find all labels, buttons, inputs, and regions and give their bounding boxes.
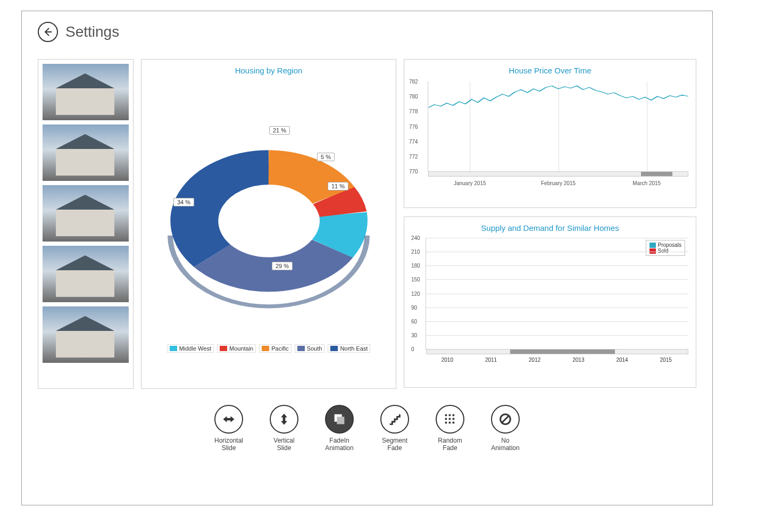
vertical-arrows-icon <box>277 412 292 427</box>
bar-category-label: 2015 <box>650 357 682 363</box>
legend-item[interactable]: Pacific <box>259 344 291 353</box>
bar-category-label: 2010 <box>431 357 463 363</box>
bar-title: Supply and Demand for Similar Homes <box>404 217 696 236</box>
house-thumbnail[interactable] <box>43 306 129 363</box>
bar-legend: Proposals Sold <box>646 240 685 256</box>
donut-chart-panel: Housing by Region <box>141 59 396 389</box>
app-frame: Settings Housing by Region <box>21 11 713 505</box>
svg-rect-9 <box>449 422 451 424</box>
slice-label-northeast: 34 % <box>173 198 194 206</box>
svg-rect-4 <box>453 414 455 417</box>
slice-label-pacific: 21 % <box>269 126 290 135</box>
donut-chart: 21 % 5 % 11 % 29 % 34 % <box>141 78 396 344</box>
no-icon <box>498 412 513 427</box>
bar-category-label: 2011 <box>475 357 507 363</box>
svg-line-12 <box>502 415 509 423</box>
slice-label-middlewest: 11 % <box>328 182 348 190</box>
house-thumbnail[interactable] <box>43 185 129 242</box>
stack-icon <box>332 412 347 427</box>
horizontal-arrows-icon <box>221 412 236 427</box>
svg-rect-5 <box>445 418 447 420</box>
svg-rect-3 <box>449 414 451 417</box>
anim-none[interactable]: No Animation <box>491 405 520 452</box>
svg-rect-2 <box>445 414 447 417</box>
page-title: Settings <box>65 23 119 40</box>
donut-legend: Middle West Mountain Pacific South North… <box>141 344 396 360</box>
legend-item[interactable]: Sold <box>650 248 681 254</box>
bar-chart-panel: Supply and Demand for Similar Homes Prop… <box>404 217 696 388</box>
thumbnail-column <box>38 59 134 389</box>
anim-segment-fade[interactable]: Segment Fade <box>380 405 409 452</box>
legend-item[interactable]: Mountain <box>217 344 256 353</box>
legend-item[interactable]: Proposals <box>650 242 681 248</box>
anim-fadein[interactable]: FadeIn Animation <box>325 405 354 452</box>
legend-item[interactable]: South <box>295 344 325 353</box>
bar-category-label: 2013 <box>562 357 594 363</box>
house-thumbnail[interactable] <box>43 246 129 302</box>
svg-rect-8 <box>445 422 447 424</box>
stairs-icon <box>387 412 402 427</box>
back-button[interactable] <box>38 22 58 42</box>
line-chart: 770 772 774 776 778 780 782 January 2015… <box>428 81 688 172</box>
svg-rect-7 <box>453 418 455 420</box>
line-scrollbar[interactable] <box>428 171 688 177</box>
legend-item[interactable]: North East <box>328 344 370 353</box>
slice-label-south: 29 % <box>272 262 293 270</box>
right-column: House Price Over Time 770 772 774 776 77… <box>404 59 696 389</box>
house-thumbnail[interactable] <box>43 64 129 120</box>
house-thumbnail[interactable] <box>43 124 129 181</box>
bar-category-label: 2012 <box>519 357 551 363</box>
line-series <box>428 81 688 171</box>
line-title: House Price Over Time <box>404 60 696 78</box>
header: Settings <box>38 22 696 42</box>
donut-title: Housing by Region <box>141 60 396 78</box>
line-chart-panel: House Price Over Time 770 772 774 776 77… <box>404 59 696 208</box>
anim-random-fade[interactable]: Random Fade <box>436 405 464 452</box>
grid-dots-icon <box>443 412 457 427</box>
svg-rect-6 <box>449 418 451 420</box>
slice-label-mountain: 5 % <box>317 153 335 161</box>
arrow-left-icon <box>43 27 53 37</box>
svg-rect-1 <box>337 417 344 424</box>
bar-scrollbar[interactable] <box>426 349 688 354</box>
bar-category-label: 2014 <box>606 357 638 363</box>
bar-chart: Proposals Sold 0306090120150180210240 20… <box>426 238 688 350</box>
dashboard: Housing by Region <box>38 59 696 389</box>
anim-vertical-slide[interactable]: Vertical Slide <box>270 405 298 452</box>
animation-toolbar: Horizontal Slide Vertical Slide FadeIn A… <box>38 405 696 452</box>
legend-item[interactable]: Middle West <box>167 344 214 353</box>
svg-rect-10 <box>453 422 455 424</box>
anim-horizontal-slide[interactable]: Horizontal Slide <box>214 405 243 452</box>
